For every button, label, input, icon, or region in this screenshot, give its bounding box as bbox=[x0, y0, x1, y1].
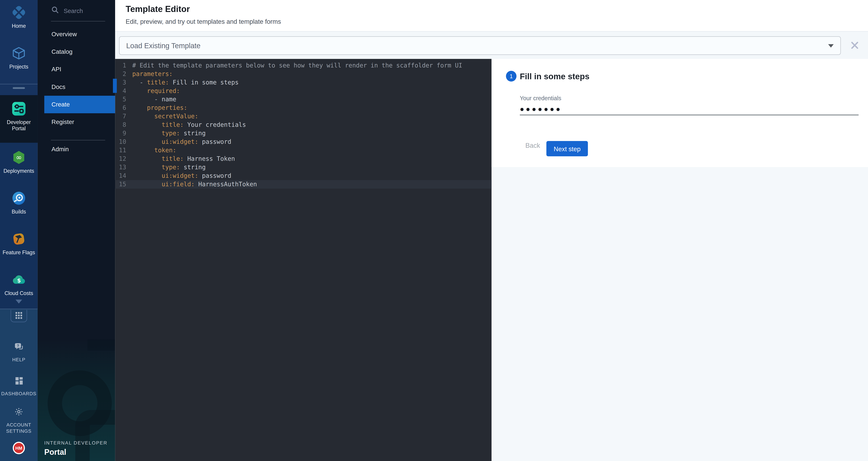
code-text: title: Harness Token bbox=[132, 155, 235, 163]
search-input[interactable]: Search bbox=[38, 3, 115, 18]
load-template-dropdown-value: Load Existing Template bbox=[126, 41, 828, 50]
rail-item-deployments[interactable]: ∞Deployments bbox=[0, 150, 38, 174]
line-number: 15 bbox=[115, 180, 126, 189]
app-root: HomeProjectsDeveloperPortal∞DeploymentsB… bbox=[0, 0, 868, 461]
rail-item-developer-portal[interactable]: DeveloperPortal bbox=[0, 101, 38, 131]
sidebar-menu: OverviewCatalogAPIDocsCreateRegister bbox=[38, 26, 115, 131]
code-text: type: string bbox=[132, 129, 206, 138]
module-picker-button[interactable] bbox=[10, 310, 27, 322]
sidebar-item-admin[interactable]: Admin bbox=[38, 140, 115, 158]
circuit-decoration bbox=[75, 410, 115, 461]
rail-item-cloud-costs[interactable]: $Cloud Costs bbox=[0, 272, 38, 296]
rail-item-label: Feature Flags bbox=[3, 249, 35, 256]
rail-item-label: Projects bbox=[9, 64, 28, 70]
rail-item-dashboards[interactable]: DASHBOARDS bbox=[0, 373, 38, 397]
rail-item-label: Home bbox=[12, 23, 26, 29]
code-text: - name bbox=[132, 95, 176, 104]
rail-item-builds[interactable]: Builds bbox=[0, 190, 38, 215]
rail-item-label: Builds bbox=[12, 208, 26, 215]
code-line-8[interactable]: 8 title: Your credentials bbox=[115, 121, 492, 129]
sidebar-item-overview[interactable]: Overview bbox=[38, 26, 115, 43]
code-line-12[interactable]: 12 title: Harness Token bbox=[115, 155, 492, 163]
code-text: required: bbox=[132, 87, 180, 95]
circuit-decoration bbox=[88, 339, 115, 351]
line-number: 10 bbox=[115, 137, 126, 146]
page-subtitle: Edit, preview, and try out templates and… bbox=[126, 18, 281, 25]
sidebar-item-register[interactable]: Register bbox=[38, 113, 115, 131]
step-number-badge: 1 bbox=[506, 71, 517, 81]
svg-text:∞: ∞ bbox=[16, 153, 22, 162]
yaml-editor[interactable]: 1# Edit the template parameters below to… bbox=[115, 59, 492, 461]
rail-item-help[interactable]: ?HELP bbox=[0, 339, 38, 363]
code-line-5[interactable]: 5 - name bbox=[115, 95, 492, 104]
close-icon[interactable] bbox=[850, 41, 859, 50]
code-line-10[interactable]: 10 ui:widget: password bbox=[115, 137, 492, 146]
credentials-password-input[interactable]: ●●●●●●● bbox=[520, 105, 562, 113]
code-text: parameters: bbox=[132, 70, 173, 78]
feature-flags-icon bbox=[11, 231, 27, 247]
rail-drag-handle[interactable] bbox=[13, 87, 25, 89]
chevron-down-icon[interactable] bbox=[16, 299, 22, 303]
code-text: ui:field: HarnessAuthToken bbox=[132, 180, 257, 189]
code-line-13[interactable]: 13 type: string bbox=[115, 163, 492, 171]
sidebar-item-api[interactable]: API bbox=[38, 61, 115, 78]
form-preview-panel: 1 Fill in some steps Your credentials ●●… bbox=[492, 59, 868, 461]
rail-item-label: ACCOUNTSETTINGS bbox=[6, 422, 32, 434]
code-line-7[interactable]: 7 secretValue: bbox=[115, 112, 492, 121]
dashboards-icon bbox=[11, 373, 27, 389]
code-line-1[interactable]: 1# Edit the template parameters below to… bbox=[115, 61, 492, 70]
code-text: token: bbox=[132, 146, 176, 155]
code-text: properties: bbox=[132, 104, 187, 112]
code-line-9[interactable]: 9 type: string bbox=[115, 129, 492, 138]
credentials-field-label: Your credentials bbox=[520, 95, 561, 101]
rail-item-label: Deployments bbox=[3, 168, 34, 174]
editor-resize-grip[interactable] bbox=[113, 79, 117, 93]
chevron-down-icon bbox=[828, 44, 834, 47]
code-line-14[interactable]: 14 ui:widget: password bbox=[115, 171, 492, 180]
form-card: 1 Fill in some steps Your credentials ●●… bbox=[492, 59, 868, 167]
code-text: ui:widget: password bbox=[132, 171, 231, 180]
code-line-6[interactable]: 6 properties: bbox=[115, 104, 492, 112]
back-button[interactable]: Back bbox=[525, 141, 540, 150]
deployments-icon: ∞ bbox=[11, 150, 27, 165]
code-line-15[interactable]: 15 ui:field: HarnessAuthToken bbox=[115, 180, 492, 189]
svg-text:$: $ bbox=[17, 277, 21, 284]
svg-text:?: ? bbox=[17, 343, 19, 348]
line-number: 8 bbox=[115, 121, 126, 129]
settings-gear-icon bbox=[11, 404, 27, 420]
code-text: title: Your credentials bbox=[132, 121, 246, 129]
line-number: 6 bbox=[115, 104, 126, 112]
code-line-4[interactable]: 4 required: bbox=[115, 87, 492, 95]
rail-item-home[interactable]: Home bbox=[0, 4, 38, 29]
rail-item-projects[interactable]: Projects bbox=[0, 45, 38, 70]
template-toolbar: Load Existing Template bbox=[115, 31, 868, 59]
code-text: secretValue: bbox=[132, 112, 198, 121]
sidebar-item-create[interactable]: Create bbox=[44, 96, 115, 113]
portal-kicker: INTERNAL DEVELOPER bbox=[44, 440, 107, 446]
credentials-field-underline bbox=[520, 114, 859, 116]
code-line-3[interactable]: 3 - title: Fill in some steps bbox=[115, 78, 492, 87]
next-step-button[interactable]: Next step bbox=[546, 141, 588, 156]
home-icon bbox=[11, 4, 27, 20]
line-number: 7 bbox=[115, 112, 126, 121]
help-icon: ? bbox=[11, 339, 27, 355]
rail-item-label: DASHBOARDS bbox=[1, 391, 36, 397]
sidebar-item-catalog[interactable]: Catalog bbox=[38, 43, 115, 61]
cloud-costs-icon: $ bbox=[11, 272, 27, 288]
search-placeholder: Search bbox=[64, 7, 83, 14]
projects-icon bbox=[11, 45, 27, 61]
portal-title: Portal bbox=[44, 448, 66, 457]
rail-item-account-settings[interactable]: ACCOUNTSETTINGS bbox=[0, 404, 38, 434]
rail-divider bbox=[0, 84, 38, 84]
line-number: 13 bbox=[115, 163, 126, 171]
page-title: Template Editor bbox=[126, 4, 190, 14]
sidebar-item-docs[interactable]: Docs bbox=[38, 78, 115, 96]
code-line-11[interactable]: 11 token: bbox=[115, 146, 492, 155]
avatar[interactable]: HM bbox=[13, 442, 25, 454]
load-template-dropdown[interactable]: Load Existing Template bbox=[119, 36, 841, 55]
builds-icon bbox=[11, 190, 27, 206]
sidebar-divider bbox=[51, 21, 105, 22]
code-line-2[interactable]: 2parameters: bbox=[115, 70, 492, 78]
rail-item-feature-flags[interactable]: Feature Flags bbox=[0, 231, 38, 255]
sidebar-footer-art: INTERNAL DEVELOPER Portal bbox=[38, 339, 115, 461]
